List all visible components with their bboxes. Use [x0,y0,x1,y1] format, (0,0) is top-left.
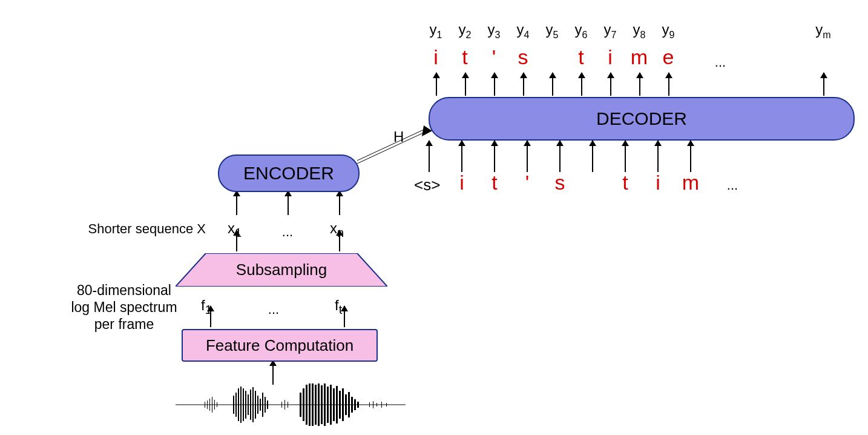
svg-rect-46 [373,401,373,408]
arrow-dec-in-1 [461,141,462,172]
xn-label: xn [330,220,344,240]
svg-rect-44 [357,402,359,408]
svg-rect-30 [315,385,317,425]
arrow-dec-out-2 [465,73,466,96]
svg-rect-20 [265,397,266,413]
encoder-label: ENCODER [243,163,334,184]
mel-caption: 80-dimensional log Mel spectrum per fram… [61,282,188,333]
svg-rect-12 [245,391,246,419]
f-ellipsis: ... [261,302,286,317]
svg-rect-34 [327,387,329,423]
svg-rect-35 [330,385,332,425]
arrow-dec-in-6 [625,141,626,172]
dec-in-ellipsis: ... [720,178,745,193]
arrow-dec-in-4 [559,141,561,172]
svg-rect-23 [284,400,285,410]
arrow-dec-in-0 [429,141,430,172]
y3: y3 [482,21,506,41]
dec-out-ellipsis: ... [708,55,732,70]
svg-rect-18 [260,399,261,411]
svg-rect-14 [250,390,251,420]
svg-rect-36 [333,388,335,421]
feature-computation-box: Feature Computation [182,329,378,362]
arrow-dec-out-8 [639,73,640,96]
arrow-ft [344,306,345,327]
svg-rect-42 [351,397,353,413]
svg-rect-22 [281,402,282,408]
encoder-box: ENCODER [218,154,360,192]
diagram-stage: Feature Computation f1 ... ft 80-dimensi… [0,0,868,435]
dec-in-8: m [676,171,706,194]
arrow-dec-out-7 [610,73,611,96]
arrow-dec-in-3 [527,141,528,172]
x1-label: x1 [228,220,242,240]
dec-out-9: e [656,45,680,69]
arrow-dec-in-5 [592,141,593,172]
y1: y1 [424,21,448,41]
svg-rect-45 [369,402,370,407]
arrow-xn-to-enc [339,191,340,215]
dec-in-2: t [479,171,510,194]
mel-l1: 80-dimensional [61,282,188,299]
arrow-dec-out-9 [668,73,669,96]
y2: y2 [453,21,477,41]
svg-line-51 [357,130,424,161]
feature-computation-label: Feature Computation [206,336,353,354]
svg-rect-32 [321,385,323,424]
y6: y6 [569,21,593,41]
f1-label: f1 [201,297,212,317]
svg-rect-11 [243,388,244,421]
dec-out-4: s [511,45,535,69]
svg-rect-10 [240,387,242,423]
mel-l2: log Mel spectrum [61,299,188,316]
y9: y9 [656,21,680,41]
x-ellipsis: ... [275,224,300,240]
svg-rect-39 [342,388,344,421]
encoder-to-decoder-arrow [352,124,434,167]
svg-rect-9 [238,388,239,421]
shorter-seq-label: Shorter sequence X [61,221,206,237]
arrow-dec-out-6 [581,73,582,96]
dec-in-7: i [643,171,673,194]
svg-rect-41 [348,392,350,417]
arrow-x1-to-enc [236,191,237,215]
dec-out-7: i [598,45,622,69]
svg-rect-27 [306,385,307,425]
arrow-dec-out-4 [523,73,524,96]
dec-out-1: i [424,45,448,69]
svg-rect-31 [318,384,320,426]
svg-rect-16 [255,391,256,419]
svg-line-52 [357,133,424,164]
svg-rect-15 [252,387,254,422]
svg-rect-40 [345,394,347,415]
svg-rect-4 [212,397,212,413]
arrow-dec-out-3 [494,73,495,96]
mel-l3: per frame [61,316,188,333]
dec-in-1: i [447,171,477,194]
svg-rect-24 [288,402,288,408]
ym: ym [811,21,835,41]
y4: y4 [511,21,535,41]
decoder-label: DECODER [596,108,687,129]
y7: y7 [598,21,622,41]
svg-rect-33 [324,384,326,426]
svg-rect-47 [376,403,377,407]
waveform-icon [176,384,406,426]
svg-rect-7 [233,396,234,414]
dec-out-6: t [569,45,593,69]
decoder-box: DECODER [429,97,855,141]
arrow-dec-out-5 [552,73,553,96]
dec-out-3: ' [482,45,506,69]
svg-rect-6 [217,402,217,407]
svg-rect-43 [354,399,356,410]
arrow-dec-in-7 [657,141,659,172]
svg-rect-26 [303,388,304,421]
svg-rect-5 [214,400,215,410]
dec-in-3: ' [512,171,542,194]
svg-rect-17 [257,396,258,414]
svg-rect-19 [262,393,263,417]
svg-rect-21 [267,400,268,409]
svg-rect-29 [312,384,314,426]
dec-in-6: t [610,171,640,194]
svg-rect-1 [205,402,205,408]
